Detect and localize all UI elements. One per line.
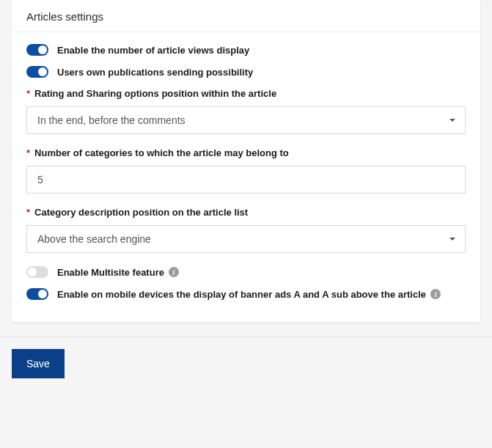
field-categories-count: Number of categories to which the articl… <box>26 147 466 194</box>
categories-count-input-wrap <box>26 166 466 194</box>
toggle-multisite-label: Enable Multisite feature <box>57 267 164 278</box>
toggle-multisite[interactable] <box>26 266 48 278</box>
info-icon[interactable]: i <box>430 289 441 299</box>
toggle-article-views[interactable] <box>26 44 48 56</box>
rating-position-select[interactable]: In the end, before the comments <box>26 106 466 134</box>
toggle-row-views: Enable the number of article views displ… <box>26 44 466 56</box>
field-desc-position: Category description position on the art… <box>26 207 466 253</box>
articles-settings-panel: Articles settings Enable the number of a… <box>12 0 480 322</box>
save-button[interactable]: Save <box>12 349 65 378</box>
desc-position-select-wrap: Above the search engine <box>26 225 466 253</box>
toggle-row-mobile-banner: Enable on mobile devices the display of … <box>26 288 466 300</box>
toggle-mobile-banner[interactable] <box>26 288 48 300</box>
categories-count-label: Number of categories to which the articl… <box>26 147 466 158</box>
rating-position-select-wrap: In the end, before the comments <box>26 106 466 134</box>
desc-position-label: Category description position on the art… <box>26 207 466 218</box>
field-rating-position: Rating and Sharing options position with… <box>26 88 466 134</box>
toggle-user-publications[interactable] <box>26 66 48 78</box>
toggle-row-user-publications: Users own publications sending possibili… <box>26 66 466 78</box>
toggle-article-views-label: Enable the number of article views displ… <box>57 45 249 56</box>
desc-position-select[interactable]: Above the search engine <box>26 225 466 253</box>
toggle-mobile-banner-label: Enable on mobile devices the display of … <box>57 289 426 300</box>
panel-body: Enable the number of article views displ… <box>12 32 480 322</box>
categories-count-input[interactable] <box>26 166 466 194</box>
panel-title: Articles settings <box>26 10 466 23</box>
toggle-row-multisite: Enable Multisite feature i <box>26 266 466 278</box>
toggle-user-publications-label: Users own publications sending possibili… <box>57 67 253 78</box>
footer: Save <box>0 337 492 393</box>
rating-position-label: Rating and Sharing options position with… <box>26 88 466 99</box>
panel-header: Articles settings <box>12 0 480 32</box>
info-icon[interactable]: i <box>169 267 179 277</box>
